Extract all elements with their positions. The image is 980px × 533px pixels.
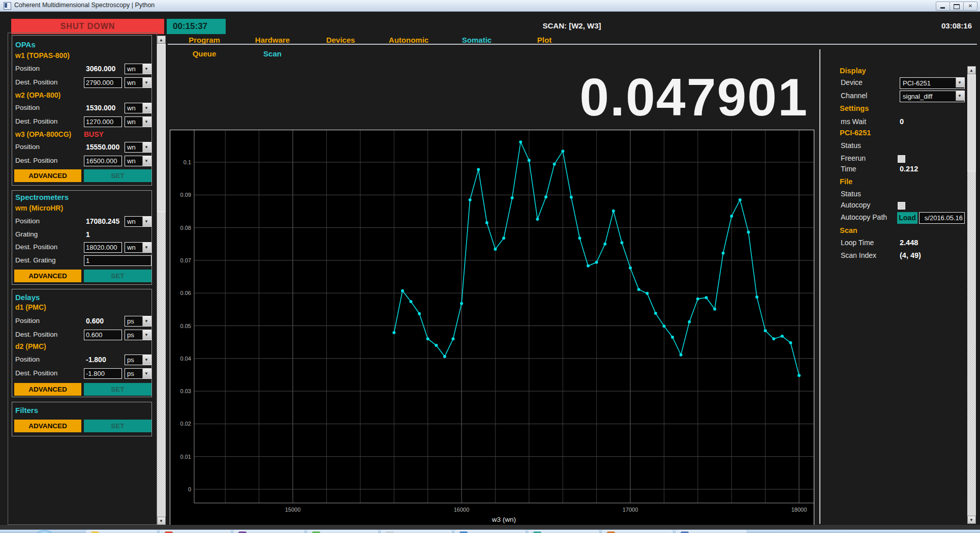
plot-data-point: [511, 196, 514, 199]
channel-select[interactable]: signal_diff: [900, 91, 965, 102]
taskbar-button[interactable]: [160, 530, 230, 533]
w2-position-units-select[interactable]: wn: [125, 103, 151, 113]
opas-set-button[interactable]: SET: [84, 169, 151, 182]
taskbar-button[interactable]: [234, 530, 304, 533]
d2-dest-input[interactable]: [84, 368, 122, 379]
wm-grating-value: 1: [86, 230, 122, 239]
plot-ytick-label: 0.1: [183, 159, 191, 165]
right-scrollbar-down-icon[interactable]: [967, 516, 976, 524]
left-scrollbar-up-icon[interactable]: [157, 36, 166, 44]
tab-divider: [168, 44, 977, 45]
w1-dest-input[interactable]: [84, 77, 122, 88]
wm-dest-units: wn: [127, 244, 136, 251]
shutdown-button[interactable]: SHUT DOWN: [11, 19, 164, 34]
loop-time-value: 2.448: [900, 239, 918, 247]
filters-header: Filters: [15, 406, 38, 414]
chevron-down-icon[interactable]: [142, 217, 151, 226]
d1-position-units-select[interactable]: ps: [125, 316, 151, 327]
tab-plot[interactable]: Plot: [514, 36, 575, 44]
titlebar[interactable]: Coherent Multidimensional Spectroscopy |…: [0, 0, 980, 12]
tab-hardware[interactable]: Hardware: [242, 36, 303, 44]
chevron-down-icon[interactable]: [142, 316, 151, 326]
scan-index-value: (4, 49): [900, 251, 921, 259]
w3-position-value: 15550.000: [86, 143, 122, 151]
d1-dest-units-select[interactable]: ps: [125, 330, 151, 340]
w1-position-units-select[interactable]: wn: [125, 64, 151, 74]
d2-dest-units-select[interactable]: ps: [125, 368, 151, 379]
plot-data-point: [595, 261, 598, 264]
tab-program[interactable]: Program: [174, 36, 235, 44]
w3-busy-badge: BUSY: [84, 130, 104, 138]
w1-name: w1 (TOPAS-800): [15, 51, 70, 60]
tab-devices[interactable]: Devices: [310, 36, 371, 44]
pci-header: PCI-6251: [840, 129, 871, 137]
right-scrollbar-up-icon[interactable]: [967, 66, 976, 74]
maximize-button[interactable]: [950, 2, 964, 11]
minimize-button[interactable]: [936, 2, 950, 11]
chevron-down-icon[interactable]: [142, 103, 151, 113]
freerun-label: Freerun: [841, 154, 866, 162]
freerun-checkbox[interactable]: [898, 155, 905, 163]
close-button[interactable]: [963, 2, 977, 11]
autocopy-path-input[interactable]: s/2016.05.16: [919, 212, 965, 224]
taskbar-button[interactable]: [455, 530, 525, 533]
wm-position-units-select[interactable]: wn: [125, 216, 151, 227]
taskbar-button[interactable]: [381, 530, 451, 533]
left-scrollbar-down-icon[interactable]: [157, 517, 166, 525]
autocopy-checkbox[interactable]: [898, 202, 905, 210]
d2-position-units-select[interactable]: ps: [125, 354, 151, 365]
w1-dest-units-select[interactable]: wn: [125, 77, 151, 88]
tab-somatic[interactable]: Somatic: [446, 36, 507, 44]
taskbar-button[interactable]: [86, 530, 157, 533]
left-scrollbar-thumb[interactable]: [157, 44, 166, 212]
wm-dest-input[interactable]: [84, 242, 122, 253]
w2-dest-units-select[interactable]: wn: [125, 116, 151, 127]
chevron-down-icon[interactable]: [142, 330, 151, 340]
chevron-down-icon[interactable]: [142, 355, 151, 365]
plot-data-point: [772, 337, 775, 340]
w3-dest-units-select[interactable]: wn: [125, 156, 151, 166]
taskbar-app-icon: [607, 531, 615, 533]
chevron-down-icon[interactable]: [142, 243, 151, 252]
filters-set-button[interactable]: SET: [84, 420, 151, 432]
tab-autonomic[interactable]: Autonomic: [378, 36, 439, 44]
load-button[interactable]: Load: [897, 212, 917, 224]
w3-position-units-select[interactable]: wn: [125, 142, 151, 153]
plot-data-point: [418, 312, 421, 315]
scan-plot[interactable]: 00.010.020.030.040.050.060.070.080.090.1…: [170, 130, 814, 525]
w2-position-value: 1530.000: [86, 104, 122, 112]
taskbar-button[interactable]: [676, 530, 746, 533]
spectrometers-set-button[interactable]: SET: [84, 270, 151, 282]
chevron-down-icon[interactable]: [956, 91, 964, 101]
taskbar-button[interactable]: [602, 530, 672, 533]
wm-dest-units-select[interactable]: wn: [125, 242, 151, 253]
chevron-down-icon[interactable]: [142, 142, 151, 152]
chevron-down-icon[interactable]: [142, 156, 151, 166]
w3-dest-input[interactable]: [84, 156, 122, 166]
d1-dest-input[interactable]: [84, 330, 122, 340]
chevron-down-icon[interactable]: [142, 64, 151, 74]
plot-data-point: [435, 344, 438, 347]
device-select[interactable]: PCI-6251: [900, 77, 965, 89]
filters-advanced-button[interactable]: ADVANCED: [14, 420, 81, 432]
app-window: Coherent Multidimensional Spectroscopy |…: [0, 0, 980, 533]
chevron-down-icon[interactable]: [956, 78, 964, 87]
delays-advanced-button[interactable]: ADVANCED: [14, 383, 81, 396]
opas-advanced-button[interactable]: ADVANCED: [14, 169, 81, 182]
plot-ytick-label: 0.06: [180, 290, 191, 296]
right-scrollbar-thumb[interactable]: [967, 75, 976, 171]
chevron-down-icon[interactable]: [142, 117, 151, 127]
delays-set-button[interactable]: SET: [84, 383, 151, 396]
w2-dest-input[interactable]: [84, 116, 122, 127]
w3-dest-label: Dest. Position: [15, 157, 57, 164]
chevron-down-icon[interactable]: [142, 369, 151, 378]
spectrometers-advanced-button[interactable]: ADVANCED: [14, 270, 81, 282]
taskbar-button[interactable]: [529, 530, 599, 533]
subtab-scan[interactable]: Scan: [242, 49, 303, 58]
wm-dest-grating-input[interactable]: [84, 255, 151, 266]
wm-position-units: wn: [127, 218, 136, 225]
chevron-down-icon[interactable]: [142, 78, 151, 87]
plot-data-point: [688, 320, 691, 323]
taskbar-button[interactable]: [308, 530, 378, 533]
subtab-queue[interactable]: Queue: [174, 49, 235, 58]
